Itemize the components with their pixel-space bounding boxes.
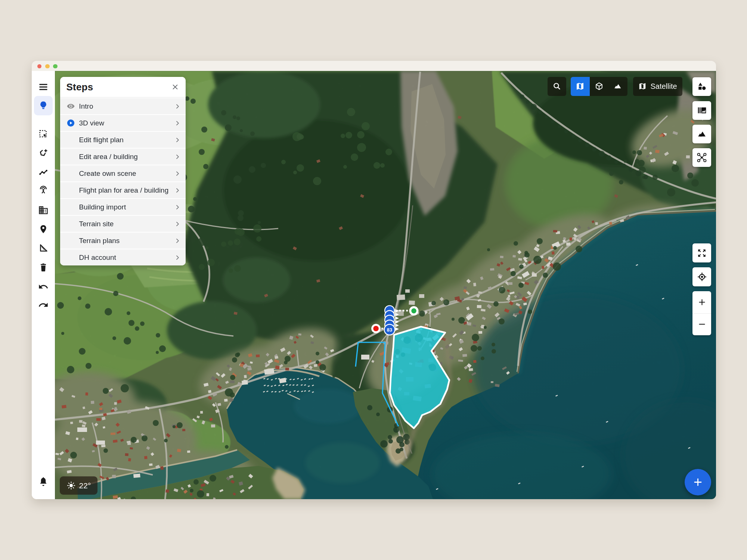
svg-text:83: 83	[387, 327, 392, 333]
